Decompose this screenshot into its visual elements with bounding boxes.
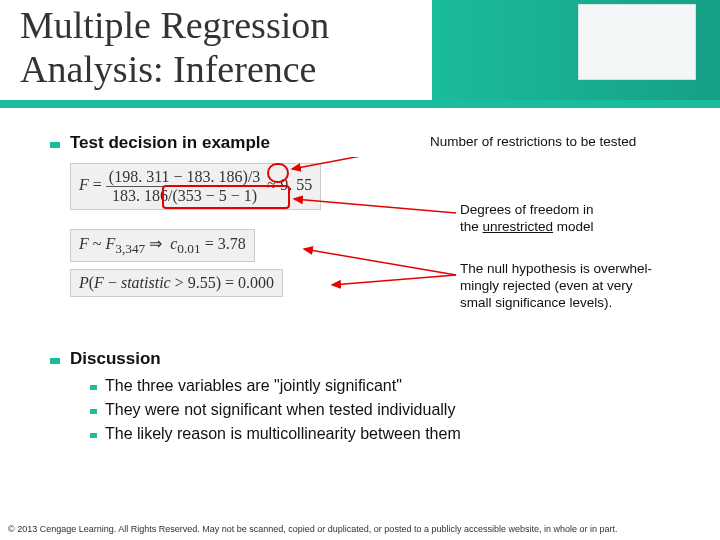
ann-null-line3: small significance levels). (460, 295, 612, 310)
bullet-icon (90, 385, 97, 390)
ann-df-line1: Degrees of freedom in (460, 202, 594, 217)
slide-content: Test decision in example F = (198. 311 −… (0, 115, 720, 443)
list-item: The likely reason is multicollinearity b… (90, 425, 690, 443)
formula-p-value: P(F − statistic > 9.55) = 0.000 (70, 269, 283, 297)
copyright-footer: © 2013 Cengage Learning. All Rights Rese… (8, 524, 712, 534)
section-discussion: Discussion (50, 349, 690, 369)
slide-title: Multiple Regression Analysis: Inference (20, 4, 329, 91)
ann-null-line2: mingly rejected (even at very (460, 278, 633, 293)
title-line-1: Multiple Regression (20, 4, 329, 46)
bullet-icon (50, 358, 60, 364)
list-item: They were not significant when tested in… (90, 401, 690, 419)
annotation-num-restrictions: Number of restrictions to be tested (430, 134, 636, 151)
svg-line-3 (304, 249, 456, 275)
list-item-text: The three variables are "jointly signifi… (105, 377, 402, 395)
list-item-text: They were not significant when tested in… (105, 401, 455, 419)
section-heading: Test decision in example (70, 133, 270, 153)
slide-header: Multiple Regression Analysis: Inference (0, 0, 720, 115)
list-item: The three variables are "jointly signifi… (90, 377, 690, 395)
section-heading: Discussion (70, 349, 161, 369)
annotation-degrees-freedom: Degrees of freedom in the unrestricted m… (460, 202, 594, 236)
bullet-icon (50, 142, 60, 148)
circle-numerator-df (267, 163, 289, 183)
formula-diagram: F = (198. 311 − 183. 186)/3183. 186/(353… (70, 157, 690, 347)
paper-graphic (578, 4, 696, 80)
title-line-2: Analysis: Inference (20, 48, 317, 90)
discussion-list: The three variables are "jointly signifi… (90, 377, 690, 443)
ann-null-line1: The null hypothesis is overwhel- (460, 261, 652, 276)
bullet-icon (90, 433, 97, 438)
annotation-null-hypothesis: The null hypothesis is overwhel- mingly … (460, 261, 652, 312)
formula-f-distribution: F ~ F3,347 ⇒ c0.01 = 3.78 (70, 229, 255, 262)
ann-df-line2: the unrestricted model (460, 219, 594, 234)
bullet-icon (90, 409, 97, 414)
list-item-text: The likely reason is multicollinearity b… (105, 425, 461, 443)
box-denominator-df (162, 185, 290, 209)
header-underline (0, 100, 720, 108)
svg-line-2 (332, 275, 456, 285)
